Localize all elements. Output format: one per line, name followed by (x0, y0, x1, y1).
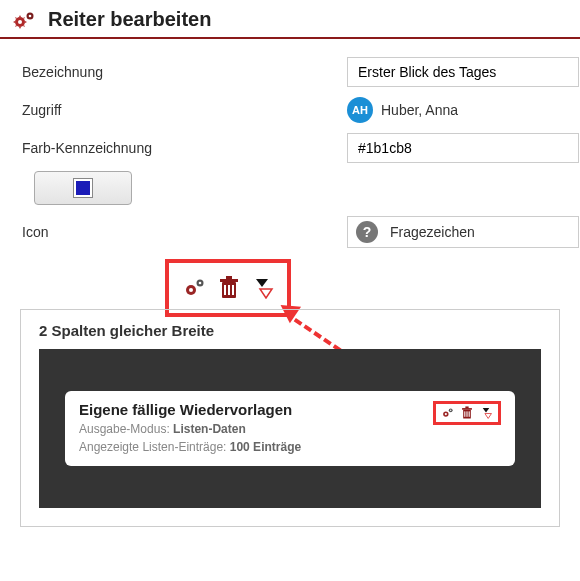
svg-rect-21 (469, 411, 470, 416)
layout-title: 2 Spalten gleicher Breite (39, 322, 541, 339)
widget-card[interactable]: Eigene fällige Wiedervorlagen Ausgabe-Mo… (65, 391, 515, 466)
name-input[interactable] (347, 57, 579, 87)
color-swatch-icon (74, 179, 92, 197)
widget-entries-label: Angezeigte Listen-Einträge: (79, 440, 230, 454)
svg-rect-22 (462, 408, 472, 410)
icon-label: Icon (22, 224, 347, 240)
icon-select[interactable]: ? Fragezeichen (347, 216, 579, 248)
svg-rect-23 (465, 406, 468, 408)
layout-panel: 2 Spalten gleicher Breite Eigene fällige… (20, 309, 560, 527)
settings-icon[interactable] (182, 277, 208, 299)
question-icon: ? (356, 221, 378, 243)
svg-rect-12 (220, 279, 238, 282)
svg-rect-9 (224, 285, 226, 295)
svg-rect-10 (228, 285, 230, 295)
svg-rect-20 (466, 411, 467, 416)
page-title: Reiter bearbeiten (48, 8, 211, 31)
svg-rect-13 (226, 276, 232, 279)
color-picker-button[interactable] (34, 171, 132, 205)
layout-canvas: Eigene fällige Wiedervorlagen Ausgabe-Mo… (39, 349, 541, 508)
color-input[interactable] (347, 133, 579, 163)
move-icon[interactable] (479, 407, 493, 419)
trash-icon[interactable] (461, 406, 473, 420)
user-chip[interactable]: AH Huber, Anna (347, 97, 458, 123)
page-header: Reiter bearbeiten (0, 0, 580, 39)
svg-point-1 (18, 20, 22, 24)
widget-toolbar (433, 401, 501, 425)
widget-mode-label: Ausgabe-Modus: (79, 422, 173, 436)
move-icon[interactable] (250, 277, 274, 299)
trash-icon[interactable] (218, 276, 240, 300)
svg-rect-19 (464, 411, 465, 416)
svg-point-7 (199, 282, 202, 285)
name-label: Bezeichnung (22, 64, 347, 80)
access-label: Zugriff (22, 102, 347, 118)
svg-rect-11 (232, 285, 234, 295)
gears-icon (12, 10, 38, 30)
icon-value: Fragezeichen (390, 224, 475, 240)
svg-point-15 (445, 413, 447, 415)
widget-entries-value: 100 Einträge (230, 440, 301, 454)
svg-point-17 (450, 410, 451, 411)
widget-title: Eigene fällige Wiedervorlagen (79, 401, 301, 418)
user-name: Huber, Anna (381, 102, 458, 118)
color-label: Farb-Kennzeichnung (22, 140, 347, 156)
avatar: AH (347, 97, 373, 123)
widget-mode-value: Listen-Daten (173, 422, 246, 436)
settings-icon[interactable] (441, 407, 455, 419)
svg-point-3 (29, 14, 32, 17)
svg-point-5 (189, 288, 193, 292)
